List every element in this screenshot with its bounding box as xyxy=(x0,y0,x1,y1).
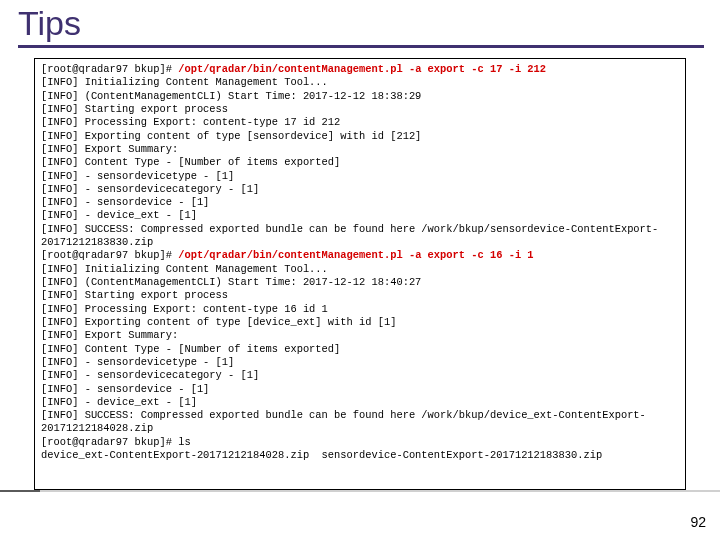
footer-divider xyxy=(0,490,720,492)
slide-title: Tips xyxy=(18,4,720,45)
ls-output: device_ext-ContentExport-20171212184028.… xyxy=(41,449,602,461)
title-underline xyxy=(18,45,704,48)
log-block: [INFO] Initializing Content Management T… xyxy=(41,76,658,248)
shell-prompt: [root@qradar97 bkup]# ls xyxy=(41,436,191,448)
log-block: [INFO] Initializing Content Management T… xyxy=(41,263,646,435)
shell-prompt: [root@qradar97 bkup]# xyxy=(41,249,178,261)
terminal-output: [root@qradar97 bkup]# /opt/qradar/bin/co… xyxy=(34,58,686,490)
slide: Tips [root@qradar97 bkup]# /opt/qradar/b… xyxy=(0,0,720,540)
shell-command: /opt/qradar/bin/contentManagement.pl -a … xyxy=(178,249,533,261)
shell-command: /opt/qradar/bin/contentManagement.pl -a … xyxy=(178,63,546,75)
footer-divider-accent xyxy=(0,490,40,492)
title-area: Tips xyxy=(0,0,720,48)
shell-prompt: [root@qradar97 bkup]# xyxy=(41,63,178,75)
page-number: 92 xyxy=(690,514,706,530)
